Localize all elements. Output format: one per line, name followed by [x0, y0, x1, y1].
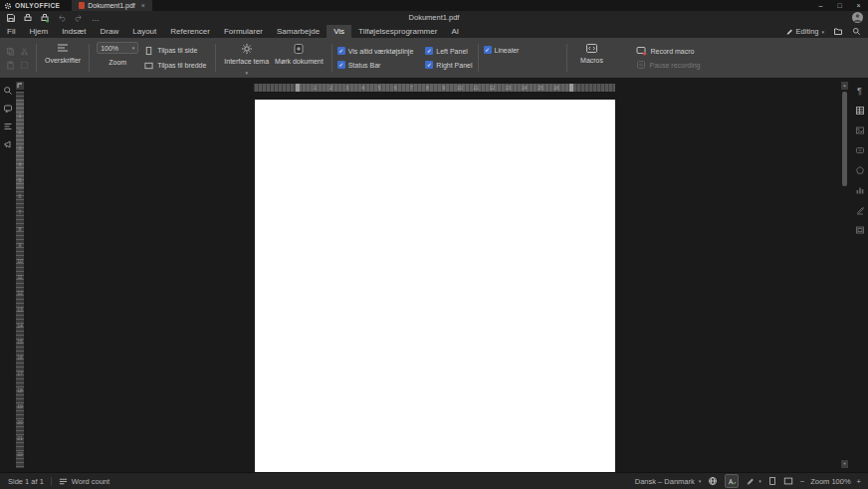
word-count-button[interactable]: Word count	[59, 477, 109, 486]
fit-width-icon	[144, 61, 153, 71]
checkbox-box: ✓	[337, 47, 345, 55]
mode-selector[interactable]: Editing ▾	[785, 27, 824, 36]
undo-button[interactable]	[56, 12, 68, 24]
ribbon-divider	[566, 44, 567, 72]
tab-indsaet[interactable]: Indsæt	[55, 25, 93, 38]
checkbox-right-panel[interactable]: ✓ Right Panel	[425, 58, 472, 72]
spell-check-toggle[interactable]	[725, 474, 739, 488]
app-logo: ONLYOFFICE	[0, 0, 66, 11]
word-count-icon	[59, 477, 68, 486]
tab-layout[interactable]: Layout	[125, 25, 163, 38]
mode-label: Editing	[796, 27, 819, 36]
right-indent-marker[interactable]	[569, 84, 573, 92]
user-avatar[interactable]	[852, 12, 863, 23]
paste-icon[interactable]	[4, 59, 17, 72]
rulers-group: ✓ Linealer	[484, 38, 561, 78]
v-ruler[interactable]: 12345678910111213141516171819202122	[16, 92, 24, 468]
zoom-group: 100% ▾ Zoom	[95, 38, 140, 78]
tab-stop-selector[interactable]	[16, 82, 24, 90]
highlight-mode-button[interactable]: ▾	[746, 477, 761, 486]
zoom-value-dropdown[interactable]: 100% ▾	[97, 42, 138, 54]
search-button[interactable]	[852, 27, 861, 36]
select-all-icon[interactable]	[18, 59, 31, 72]
dark-document-button[interactable]: Mørk dokument	[272, 38, 326, 78]
copy-icon[interactable]	[4, 45, 17, 58]
shape-settings-button[interactable]	[855, 145, 865, 155]
tab-referencer[interactable]: Referencer	[163, 25, 217, 38]
checkbox-always-show-toolbar[interactable]: ✓ Vis altid værktøjslinje	[337, 44, 414, 58]
scroll-down-arrow-icon[interactable]: ▼	[841, 460, 848, 468]
tab-draw[interactable]: Draw	[94, 25, 126, 38]
onlyoffice-gear-icon	[4, 2, 12, 10]
language-selector[interactable]: Dansk – Danmark ▾	[635, 477, 702, 486]
document-page[interactable]	[255, 100, 615, 472]
zoom-level-label[interactable]: Zoom 100%	[810, 477, 850, 486]
tab-vis[interactable]: Vis	[326, 25, 351, 38]
document-tab-label: Dokument1.pdf	[88, 2, 134, 9]
tab-formularer[interactable]: Formularer	[217, 25, 270, 38]
scroll-up-arrow-icon[interactable]: ▲	[841, 82, 848, 90]
statusbar-divider	[51, 477, 52, 486]
zoom-in-button[interactable]: +	[857, 477, 861, 486]
fit-to-width-button[interactable]: Tilpas til bredde	[144, 61, 206, 71]
text-frame-settings-button[interactable]	[855, 225, 865, 235]
open-file-location-button[interactable]	[833, 27, 843, 36]
print-button[interactable]	[22, 12, 34, 24]
status-bar: Side 1 af 1 Word count Dansk – Danmark ▾…	[0, 472, 868, 489]
navigation-panel-button[interactable]	[3, 122, 13, 131]
checkbox-left-panel[interactable]: ✓ Left Panel	[425, 44, 472, 58]
title-bar: ONLYOFFICE Dokument1.pdf × – □ ×	[0, 0, 868, 11]
chevron-down-icon: ▾	[245, 69, 248, 77]
table-settings-button[interactable]	[855, 106, 865, 116]
checkbox-status-bar[interactable]: ✓ Status Bar	[337, 58, 414, 72]
h-ruler[interactable]: 12345678910111213141516	[254, 84, 615, 92]
tab-ai[interactable]: AI	[444, 25, 466, 38]
signature-settings-button[interactable]	[855, 205, 865, 215]
zoom-out-button[interactable]: −	[800, 477, 804, 486]
set-document-language-button[interactable]	[708, 476, 718, 486]
search-panel-button[interactable]	[3, 86, 13, 96]
cut-icon[interactable]	[18, 45, 31, 58]
image-settings-button[interactable]	[855, 125, 865, 135]
tab-tilfojelsesprogrammer[interactable]: Tilføjelsesprogrammer	[351, 25, 444, 38]
vertical-scrollbar[interactable]: ▲ ▼	[841, 82, 848, 468]
marker-pen-icon	[746, 477, 755, 486]
right-panel: ¶	[851, 78, 868, 472]
fit-to-page-toggle[interactable]	[768, 476, 776, 486]
redo-button[interactable]	[73, 12, 85, 24]
indent-marker[interactable]	[296, 84, 300, 92]
quick-print-button[interactable]	[39, 12, 51, 24]
merge-shapes-button[interactable]	[855, 165, 865, 175]
tab-hjem[interactable]: Hjem	[22, 25, 55, 38]
fit-to-page-button[interactable]: Tilpas til side	[144, 46, 206, 56]
fit-group: Tilpas til side Tilpas til bredde	[140, 38, 210, 78]
maximize-button[interactable]: □	[830, 0, 849, 11]
paragraph-settings-button[interactable]: ¶	[857, 86, 862, 96]
scrollbar-thumb[interactable]	[842, 92, 847, 186]
record-macro-icon	[636, 46, 647, 56]
checkbox-rulers[interactable]: ✓ Linealer	[484, 46, 520, 54]
comments-panel-button[interactable]	[3, 104, 13, 114]
save-button[interactable]	[5, 12, 17, 24]
document-tab[interactable]: Dokument1.pdf ×	[72, 0, 152, 11]
page-indicator[interactable]: Side 1 af 1	[8, 477, 44, 486]
customize-toolbar-button[interactable]: …	[90, 12, 102, 24]
spell-check-icon	[728, 477, 737, 486]
tab-fil[interactable]: Fil	[0, 25, 22, 38]
tab-samarbejde[interactable]: Samarbejde	[270, 25, 326, 38]
interface-theme-button[interactable]: Interface tema ▾	[221, 38, 272, 78]
window-controls: – □ ×	[811, 0, 868, 11]
fit-page-icon	[768, 476, 776, 486]
pause-recording-button[interactable]: Pause recording	[636, 58, 701, 72]
record-macro-button[interactable]: Record macro	[636, 44, 701, 58]
ribbon-tab-bar: Fil Hjem Indsæt Draw Layout Referencer F…	[0, 25, 868, 38]
chevron-down-icon: ▾	[821, 29, 824, 35]
headings-button[interactable]: Overskrifter	[42, 38, 84, 78]
fit-to-width-toggle[interactable]	[783, 476, 793, 486]
chart-settings-button[interactable]	[855, 185, 865, 195]
close-button[interactable]: ×	[849, 0, 868, 11]
minimize-button[interactable]: –	[811, 0, 830, 11]
feedback-button[interactable]	[3, 139, 13, 149]
macros-button[interactable]: Macros	[572, 38, 612, 78]
tab-close-icon[interactable]: ×	[141, 2, 145, 9]
